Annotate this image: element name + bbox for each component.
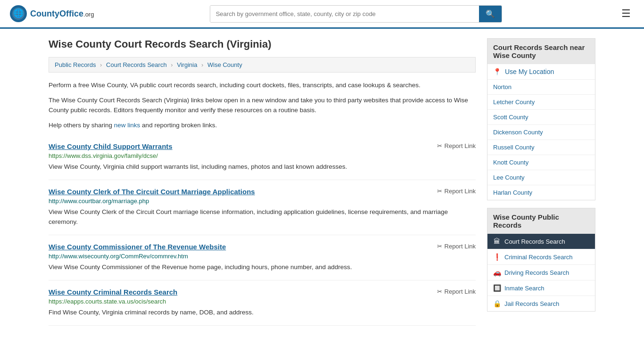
record-description-0: View Wise County, Virginia child support… [49, 162, 476, 172]
record-header: Wise County Clerk of The Circuit Court M… [49, 188, 476, 196]
nearby-list: NortonLetcher CountyScott CountyDickenso… [487, 80, 595, 200]
sidebar: Court Records Search near Wise County 📍 … [487, 38, 595, 326]
breadcrumb: Public Records › Court Records Search › … [49, 57, 476, 73]
scissors-icon: ✂ [437, 243, 442, 250]
breadcrumb-court-records[interactable]: Court Records Search [106, 61, 167, 68]
search-input-wrap: 🔍 [210, 5, 502, 23]
report-link-button-1[interactable]: ✂ Report Link [437, 188, 476, 195]
nearby-link-2[interactable]: Scott County [487, 110, 595, 124]
record-item: Wise County Commissioner of The Revenue … [49, 235, 476, 280]
breadcrumb-public-records[interactable]: Public Records [55, 61, 96, 68]
sidebar-public-records-item: 🚗 Driving Records Search [487, 265, 595, 280]
sidebar-nearby-item: Norton [487, 80, 595, 95]
record-title-0[interactable]: Wise County Child Support Warrants [49, 142, 173, 150]
nearby-link-0[interactable]: Norton [487, 80, 595, 94]
report-link-button-3[interactable]: ✂ Report Link [437, 288, 476, 295]
scissors-icon: ✂ [437, 188, 442, 195]
sidebar-public-records-item: 🔒 Jail Records Search [487, 296, 595, 311]
public-records-link-4[interactable]: 🔒 Jail Records Search [487, 296, 595, 311]
logo[interactable]: 🌐 CountyOffice.org [9, 5, 94, 23]
record-url-3[interactable]: https://eapps.courts.state.va.us/ocis/se… [49, 298, 476, 305]
content-area: Wise County Court Records Search (Virgin… [49, 38, 476, 326]
sidebar-nearby-item: Lee County [487, 170, 595, 185]
public-records-link-2[interactable]: 🚗 Driving Records Search [487, 265, 595, 280]
menu-button[interactable]: ☰ [618, 6, 635, 22]
scissors-icon: ✂ [437, 142, 442, 149]
record-header: Wise County Criminal Records Search ✂ Re… [49, 288, 476, 296]
record-item: Wise County Criminal Records Search ✂ Re… [49, 280, 476, 326]
sidebar-nearby-item: Dickenson County [487, 125, 595, 140]
sidebar-icon-1: ❗ [493, 253, 501, 261]
page-title: Wise County Court Records Search (Virgin… [49, 38, 476, 50]
nearby-link-4[interactable]: Russell County [487, 140, 595, 155]
sidebar-nearby-item: Letcher County [487, 95, 595, 110]
sidebar-nearby-item: Knott County [487, 155, 595, 170]
records-container: Wise County Child Support Warrants ✂ Rep… [49, 135, 476, 326]
description-3: Help others by sharing new links and rep… [49, 120, 476, 131]
breadcrumb-sep-1: › [100, 61, 102, 68]
logo-text: CountyOffice.org [30, 9, 94, 19]
sidebar-nearby-item: Harlan County [487, 185, 595, 200]
sidebar-nearby-section: Court Records Search near Wise County 📍 … [487, 38, 595, 200]
record-title-2[interactable]: Wise County Commissioner of The Revenue … [49, 243, 226, 251]
use-location-label: Use My Location [505, 68, 554, 75]
sidebar-nearby-item: Scott County [487, 110, 595, 125]
nearby-link-5[interactable]: Knott County [487, 155, 595, 170]
breadcrumb-sep-3: › [201, 61, 203, 68]
public-records-list: 🏛 Court Records Search ❗ Criminal Record… [487, 234, 595, 311]
sidebar-public-records-item: 🔲 Inmate Search [487, 280, 595, 296]
breadcrumb-virginia[interactable]: Virginia [177, 61, 197, 68]
sidebar-public-records-section: Wise County Public Records 🏛 Court Recor… [487, 208, 595, 312]
sidebar-public-records-title: Wise County Public Records [487, 208, 595, 234]
report-link-label: Report Link [445, 243, 476, 250]
record-header: Wise County Commissioner of The Revenue … [49, 243, 476, 251]
nearby-link-3[interactable]: Dickenson County [487, 125, 595, 140]
description-1: Perform a free Wise County, VA public co… [49, 80, 476, 90]
report-link-button-2[interactable]: ✂ Report Link [437, 243, 476, 250]
record-description-2: View Wise County Commissioner of the Rev… [49, 263, 476, 272]
nearby-link-1[interactable]: Letcher County [487, 95, 595, 109]
public-records-link-label-4: Jail Records Search [504, 300, 559, 307]
record-url-0[interactable]: https://www.dss.virginia.gov/family/dcse… [49, 152, 476, 159]
sidebar-icon-0: 🏛 [493, 238, 501, 245]
sidebar-public-records-item: ❗ Criminal Records Search [487, 249, 595, 265]
record-title-1[interactable]: Wise County Clerk of The Circuit Court M… [49, 188, 255, 196]
public-records-link-label-3: Inmate Search [504, 285, 545, 292]
record-header: Wise County Child Support Warrants ✂ Rep… [49, 142, 476, 150]
sidebar-icon-3: 🔲 [493, 284, 501, 292]
description-2: The Wise County Court Records Search (Vi… [49, 95, 476, 115]
new-links-link[interactable]: new links [114, 122, 140, 129]
public-records-link-0[interactable]: 🏛 Court Records Search [487, 234, 595, 249]
breadcrumb-wise-county[interactable]: Wise County [207, 61, 242, 68]
sidebar-icon-4: 🔒 [493, 300, 501, 307]
location-icon: 📍 [493, 68, 501, 75]
search-button[interactable]: 🔍 [479, 6, 502, 22]
record-item: Wise County Clerk of The Circuit Court M… [49, 180, 476, 235]
record-description-1: View Wise County Clerk of the Circuit Co… [49, 207, 476, 227]
scissors-icon: ✂ [437, 288, 442, 295]
nearby-link-6[interactable]: Lee County [487, 170, 595, 185]
public-records-link-3[interactable]: 🔲 Inmate Search [487, 280, 595, 296]
logo-icon: 🌐 [9, 5, 27, 23]
sidebar-nearby-item: Russell County [487, 140, 595, 155]
report-link-button-0[interactable]: ✂ Report Link [437, 142, 476, 149]
record-description-3: Find Wise County, Virginia criminal reco… [49, 308, 476, 318]
sidebar-icon-2: 🚗 [493, 269, 501, 276]
site-header: 🌐 CountyOffice.org 🔍 ☰ [0, 0, 644, 29]
report-link-label: Report Link [445, 142, 476, 149]
record-item: Wise County Child Support Warrants ✂ Rep… [49, 135, 476, 180]
record-url-2[interactable]: http://www.wisecounty.org/CommRev/commre… [49, 253, 476, 260]
description-3-post: and reporting broken links. [140, 122, 217, 129]
main-container: Wise County Court Records Search (Virgin… [39, 29, 605, 335]
nearby-link-7[interactable]: Harlan County [487, 185, 595, 200]
breadcrumb-sep-2: › [171, 61, 173, 68]
sidebar-nearby-title: Court Records Search near Wise County [487, 39, 595, 64]
record-title-3[interactable]: Wise County Criminal Records Search [49, 288, 177, 296]
report-link-label: Report Link [445, 288, 476, 295]
use-my-location[interactable]: 📍 Use My Location [487, 64, 595, 80]
sidebar-public-records-item: 🏛 Court Records Search [487, 234, 595, 249]
report-link-label: Report Link [445, 188, 476, 195]
record-url-1[interactable]: http://www.courtbar.org/marriage.php [49, 197, 476, 205]
search-input[interactable] [210, 6, 479, 22]
public-records-link-1[interactable]: ❗ Criminal Records Search [487, 249, 595, 264]
